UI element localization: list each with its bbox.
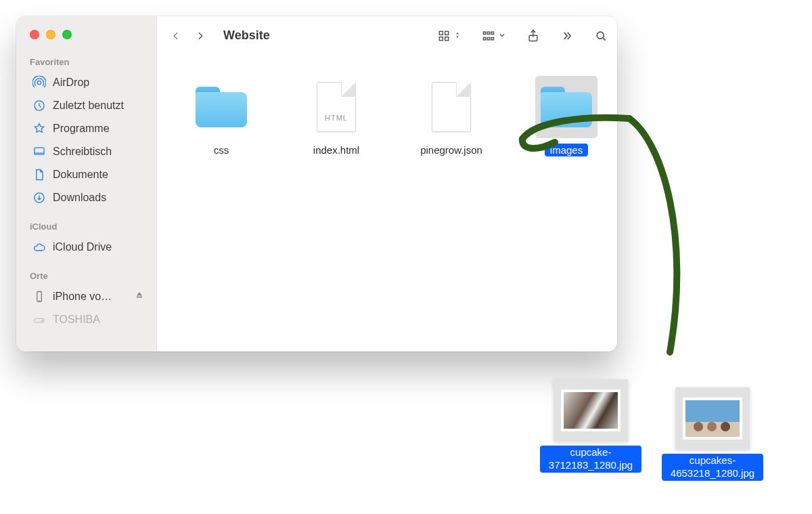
window-title: Website: [223, 28, 270, 43]
applications-icon: [32, 122, 46, 135]
share-button[interactable]: [526, 29, 540, 43]
overflow-button[interactable]: [560, 29, 574, 43]
window-controls: [16, 27, 156, 54]
file-label: images: [545, 144, 588, 156]
airdrop-icon: [32, 76, 46, 89]
svg-rect-11: [445, 37, 449, 40]
updown-icon: [453, 30, 461, 41]
drive-icon: [32, 313, 46, 326]
forward-button[interactable]: [191, 26, 210, 45]
toolbar: Website: [157, 16, 617, 56]
phone-icon: [32, 290, 46, 303]
sidebar-item-toshiba[interactable]: TOSHIBA: [16, 308, 156, 331]
sidebar-item-documents[interactable]: Dokumente: [16, 163, 156, 186]
file-label: cupcake-3712183_1280.jpg: [540, 446, 641, 473]
sidebar-item-label: Schreibtisch: [53, 146, 112, 158]
svg-rect-14: [491, 32, 493, 34]
html-file-icon: HTML: [305, 76, 367, 138]
minimize-button[interactable]: [46, 30, 55, 39]
group-button[interactable]: [482, 29, 506, 43]
svg-point-0: [37, 81, 41, 84]
eject-icon[interactable]: [135, 291, 144, 303]
desktop-icon: [32, 145, 46, 158]
file-item-index-html[interactable]: HTML index.html: [299, 76, 374, 156]
sidebar: Favoriten AirDrop Zuletzt benutzt Progra…: [16, 16, 157, 351]
sidebar-item-recents[interactable]: Zuletzt benutzt: [16, 94, 156, 117]
downloads-icon: [32, 191, 46, 205]
sidebar-item-label: Zuletzt benutzt: [53, 100, 124, 112]
file-label: css: [208, 144, 235, 156]
svg-rect-12: [484, 32, 486, 34]
sidebar-group-favorites: Favoriten: [16, 54, 156, 71]
desktop-file-cupcakes-2[interactable]: cupcakes-4653218_1280.jpg: [662, 387, 763, 481]
svg-rect-9: [445, 31, 449, 35]
maximize-button[interactable]: [62, 30, 72, 39]
desktop-file-cupcake-1[interactable]: cupcake-3712183_1280.jpg: [540, 379, 641, 473]
file-grid[interactable]: css HTML index.html pinegrow.json images: [157, 56, 617, 351]
sidebar-item-label: iPhone vo…: [53, 291, 112, 303]
sidebar-item-desktop[interactable]: Schreibtisch: [16, 140, 156, 163]
sidebar-item-iphone[interactable]: iPhone vo…: [16, 285, 156, 308]
file-item-images[interactable]: images: [529, 76, 604, 156]
sidebar-item-icloud-drive[interactable]: iCloud Drive: [16, 236, 156, 259]
sidebar-item-label: iCloud Drive: [53, 241, 112, 253]
close-button[interactable]: [30, 30, 39, 39]
sidebar-item-label: Programme: [53, 123, 110, 135]
finder-window: Favoriten AirDrop Zuletzt benutzt Progra…: [16, 16, 617, 351]
sidebar-item-downloads[interactable]: Downloads: [16, 186, 156, 209]
svg-rect-10: [439, 37, 443, 40]
svg-rect-5: [137, 297, 142, 298]
file-label: index.html: [308, 144, 365, 156]
sidebar-item-label: Dokumente: [53, 169, 108, 181]
sidebar-group-locations: Orte: [16, 268, 156, 285]
svg-point-7: [41, 320, 43, 321]
clock-icon: [32, 99, 46, 112]
document-file-icon: [420, 76, 482, 138]
chevron-down-icon: [498, 30, 506, 41]
main-pane: Website: [157, 16, 617, 351]
image-thumbnail: [675, 387, 750, 450]
search-button[interactable]: [594, 29, 608, 43]
sidebar-item-label: AirDrop: [53, 77, 89, 89]
document-icon: [32, 168, 46, 181]
svg-rect-17: [491, 37, 493, 39]
svg-point-19: [597, 32, 604, 39]
file-item-css[interactable]: css: [184, 76, 258, 156]
cloud-icon: [32, 240, 46, 254]
image-thumbnail: [554, 379, 628, 442]
svg-rect-16: [487, 37, 489, 39]
sidebar-item-label: Downloads: [53, 192, 106, 204]
svg-rect-8: [439, 31, 443, 35]
svg-rect-15: [484, 37, 486, 39]
sidebar-group-icloud: iCloud: [16, 219, 156, 236]
file-label: cupcakes-4653218_1280.jpg: [662, 454, 763, 481]
folder-icon: [535, 76, 597, 138]
svg-rect-13: [487, 32, 489, 34]
sidebar-item-label: TOSHIBA: [53, 314, 100, 326]
back-button[interactable]: [166, 26, 185, 45]
file-item-pinegrow-json[interactable]: pinegrow.json: [414, 76, 489, 156]
folder-icon: [190, 76, 252, 138]
sidebar-item-applications[interactable]: Programme: [16, 117, 156, 140]
view-icons-button[interactable]: [437, 29, 461, 43]
sidebar-item-airdrop[interactable]: AirDrop: [16, 71, 156, 94]
file-label: pinegrow.json: [415, 144, 488, 156]
